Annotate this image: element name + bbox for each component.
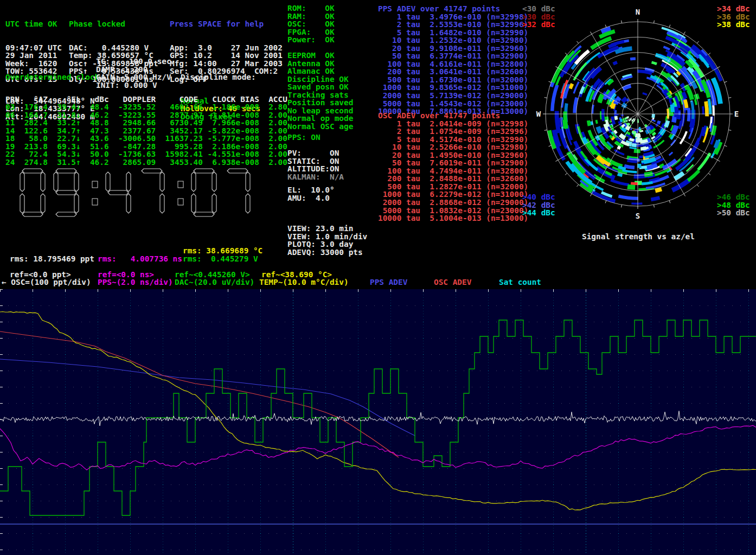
signal-blob [655, 189, 662, 191]
text-line: OSC: OK [287, 20, 335, 28]
scale-osc-label: ← OSC=(100 ppt/div) [2, 278, 91, 286]
signal-blob [680, 131, 687, 144]
pps-adev-plot-label: PPS ADEV [370, 278, 407, 286]
signal-blob [627, 124, 629, 125]
azimuth-tick [717, 160, 720, 162]
signal-blob [611, 180, 629, 185]
signal-blob [676, 107, 676, 117]
azimuth-tick [654, 205, 655, 207]
hardware-status-list: ROM: OKRAM: OKOSC: OKFPGA: OKPower: OK [287, 4, 335, 44]
sat-row: 18 58.0 22.7↓ 43.6 -3006.50 11637.23 -5.… [5, 135, 287, 143]
signal-blob [630, 148, 637, 149]
signal-blob [654, 120, 654, 122]
text-line: KALMAN: N/A [287, 173, 344, 181]
text-line: GAIN:-5.000 Hz/V [96, 73, 171, 81]
adev-row: 1000 tau 6.2279e-012 (n=31000) [378, 190, 528, 199]
azimuth-tick [591, 194, 592, 196]
signal-blob [651, 198, 659, 200]
adev-row: 1 tau 2.0414e-009 (n=32998) [378, 120, 528, 128]
rms-pps-label: rms: 4.007736 ns [98, 255, 182, 263]
adev-row: 5000 tau 1.0832e-012 (n=23000) [378, 207, 528, 215]
text-line: TC: 100.0 sec [96, 58, 171, 66]
discipline-title: Discipline mode: [181, 73, 260, 81]
adev-row: 100 tau 4.6161e-011 (n=32800) [378, 60, 528, 68]
lady-heather-screen: UTC time OK 09:47:07 UTC29 Jan 2011Week:… [0, 0, 756, 555]
text-line: VIEW: 23.0 min [287, 225, 367, 233]
adev-row: 2000 tau 2.8868e-012 (n=29000) [378, 199, 528, 207]
view-queue-list: VIEW: 23.0 minVIEW: 1.0 min/divPLOTQ: 3.… [287, 225, 367, 256]
azimuth-tick [549, 145, 552, 146]
azimuth-tick [669, 25, 670, 28]
signal-blob [588, 120, 590, 126]
text-line: DAC: 0.445280 V [69, 44, 158, 52]
adev-row: 1000 tau 9.8365e-012 (n=31000) [378, 84, 528, 92]
signal-blob [618, 196, 638, 199]
azimuth-tick [697, 41, 699, 43]
signal-blob [614, 130, 617, 133]
signal-blob [620, 126, 622, 129]
signal-blob [616, 116, 617, 120]
signal-blob [652, 133, 655, 135]
signal-blob [612, 117, 614, 125]
help-title: Press SPACE for help [170, 20, 283, 28]
signal-blob [640, 148, 646, 149]
azimuth-tick [622, 21, 622, 23]
signal-blob [643, 93, 647, 95]
signal-blob [627, 187, 635, 187]
signal-blob [627, 117, 628, 118]
text-line: ROM: OK [287, 4, 335, 12]
sat-row: 03 176.4 39.4↓ 48.4 -3235.52 4602.66 1.1… [5, 103, 287, 111]
sat-row: 14 122.6 34.7↑ 47.3 2377.67 3452.17 -5.8… [5, 127, 287, 135]
signal-blob [608, 44, 616, 47]
adev-row: 500 tau 1.2827e-011 (n=32000) [378, 183, 528, 191]
sat-row: 24 274.8 31.5↑ 46.2 2865.09 3453.40 6.93… [5, 158, 287, 167]
signal-blob [652, 62, 657, 64]
signal-blob [623, 98, 626, 102]
signal-blob [616, 110, 616, 117]
text-line: Saved posn OK [287, 83, 353, 91]
azimuth-tick [555, 67, 558, 68]
azimuth-tick [544, 130, 547, 131]
signal-blob [663, 160, 676, 168]
osc-adev-table: OSC ADEV over 41747 points 1 tau 2.0414e… [378, 112, 528, 222]
azimuth-tick [684, 194, 685, 196]
signal-blob [636, 140, 642, 141]
signal-blob [666, 116, 667, 121]
azimuth-tick [577, 184, 579, 187]
signal-blob [698, 153, 710, 170]
signal-blob [632, 145, 637, 145]
azimuth-tick [669, 201, 670, 203]
signal-blob [642, 182, 652, 184]
loop-params-list: TC: 100.0 secDAMP: 1.200GAIN:-5.000 Hz/V… [96, 58, 171, 89]
signal-blob [618, 174, 623, 176]
sat-row: 19 213.8 69.3↓ 51.6 -847.28 995.28 2.186… [5, 143, 287, 151]
adev-row: 20 tau 9.9108e-011 (n=32960) [378, 44, 528, 53]
adev-row: 2 tau 2.5353e-010 (n=32996) [378, 21, 528, 29]
signal-blob [603, 109, 603, 121]
signal-blob [695, 99, 696, 105]
signal-blob [671, 140, 675, 145]
cardinal-west: W [536, 110, 541, 118]
scale-pps-label: PPS~(2.0 ns/div) [98, 278, 173, 286]
text-line: DAMP: 1.200 [96, 66, 171, 74]
text-line: EL: 10.0° [287, 186, 335, 194]
text-line: App: 3.0 27 Jun 2002 [170, 44, 283, 52]
adev-row: 50 tau 7.6019e-011 (n=32900) [378, 159, 528, 167]
strip-chart[interactable] [0, 289, 756, 555]
azimuth-tick [728, 98, 731, 98]
azimuth-tick [605, 201, 606, 203]
adev-row: 2 tau 1.0754e-009 (n=32996) [378, 127, 528, 136]
azimuth-tick [555, 160, 558, 162]
signal-blob [574, 82, 579, 94]
signal-blob [614, 150, 624, 155]
signal-blob [685, 100, 687, 108]
signal-blob [587, 53, 600, 63]
adev-row: 5000 tau 1.4543e-012 (n=23000) [378, 100, 528, 108]
text-line: AMU: 4.0 [287, 194, 335, 202]
signal-blob [627, 161, 637, 162]
signal-blob [630, 59, 636, 59]
text-line: Normal OSC age [287, 123, 353, 131]
signal-blob [584, 138, 586, 144]
position-title: Overdetermined clock [5, 73, 99, 81]
adev-title: OSC ADEV over 41747 points [378, 112, 528, 120]
